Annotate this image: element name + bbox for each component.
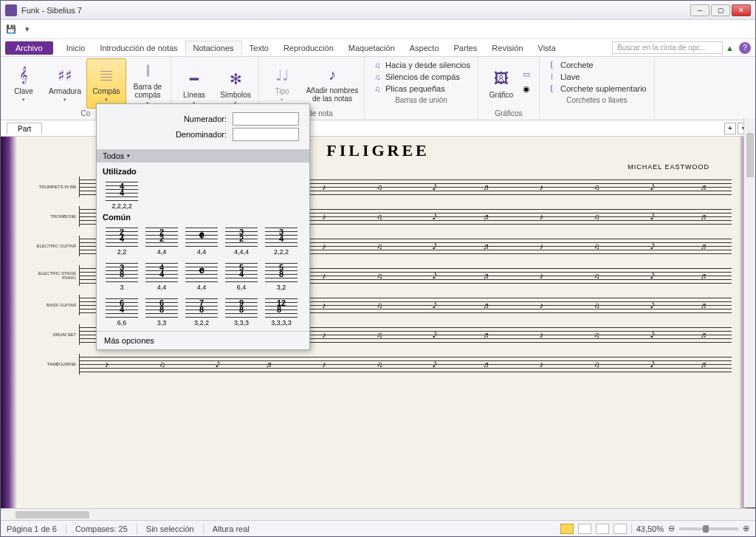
hacia-silencios[interactable]: ♫Hacia y desde silencios [372,60,470,70]
window-title: Funk - Sibelius 7 [21,6,690,15]
staff[interactable]: Tambourine♪♫𝅘𝅥𝅮♬♪♫𝅘𝅥𝅮♬♪♫𝅘𝅥𝅮♬ [24,351,732,377]
silencios-compas[interactable]: ♫Silencios de compás [372,72,470,82]
notename-icon: ♪ [320,64,344,85]
titlebar: Funk - Sibelius 7 ─ ▢ ✕ [1,1,755,20]
timesig-option[interactable]: 983,3,3 [222,294,261,328]
symbols-icon: ✻ [224,69,247,89]
timesig-option[interactable]: 𝄵4,4 [182,223,221,257]
timesig-option[interactable]: 224,4 [142,223,181,257]
tipo-button[interactable]: ♩♩Tipo▾ [262,58,302,109]
barline-icon: 𝄁 [136,61,159,81]
page-status: Página 1 de 6 [7,524,57,533]
brace-icon: 𝄔 [547,72,557,82]
maximize-button[interactable]: ▢ [711,4,730,16]
beam-icon: ♫ [372,60,382,70]
clave-button[interactable]: 𝄞Clave▾ [4,58,44,109]
comun-label: Común [103,213,303,222]
timesig-icon: 𝄙 [94,65,118,86]
tab-revision[interactable]: Revisión [484,41,530,55]
tab-vista[interactable]: Vista [531,41,563,55]
zoom-in-button[interactable]: ⊕ [743,524,749,533]
grafico-button[interactable]: 🖼Gráfico [481,58,521,109]
view-mode-1[interactable] [560,524,574,534]
bars-status: Compases: 25 [75,524,128,533]
denominator-input[interactable] [233,128,299,141]
zoom-value[interactable]: 43,50% [636,524,664,533]
tab-inicio[interactable]: Inicio [59,41,93,55]
mas-opciones[interactable]: Más opciones [97,331,309,349]
save-icon[interactable]: 💾 [5,24,17,35]
file-tab[interactable]: Archivo [5,41,53,55]
numerator-input[interactable] [233,112,299,126]
document-tab[interactable]: Part [7,123,42,134]
minimize-button[interactable]: ─ [690,4,709,16]
help-icon[interactable]: ? [739,42,751,54]
collapse-ribbon-icon[interactable]: ▲ [726,44,735,52]
barra-button[interactable]: 𝄁Barra de compás▾ [128,58,168,109]
tab-introduccion[interactable]: Introducción de notas [92,41,185,55]
beam-icon: ♫ [372,83,382,94]
utilizado-label: Utilizado [103,167,303,176]
close-button[interactable]: ✕ [732,4,751,16]
keysig-icon: ♯♯ [53,65,77,86]
zoom-out-button[interactable]: ⊖ [668,524,675,533]
concert-status: Altura real [213,524,250,533]
picture-icon: 🖼 [489,69,513,89]
anadir-button[interactable]: ♪Añadir nombres de las notas [303,58,361,109]
timesig-option[interactable]: 683,3 [142,294,181,328]
corchete-sup[interactable]: 𝄕Corchete suplementario [547,83,647,94]
todos-header[interactable]: Todos▾ [97,149,309,163]
new-tab-button[interactable]: + [724,123,736,134]
horizontal-scrollbar[interactable] [1,508,755,520]
beam-icon: ♫ [372,72,382,82]
tab-maquetacion[interactable]: Maquetación [341,41,402,55]
timesig-option[interactable]: 383 [103,259,141,293]
zoom-slider[interactable] [679,527,738,530]
timesig-option[interactable]: 1283,3,3,3 [262,294,300,328]
clef-icon: 𝄞 [12,65,35,86]
llave[interactable]: 𝄔Llave [547,72,647,82]
plicas-pequenas[interactable]: ♫Plicas pequeñas [372,83,470,94]
timesig-option[interactable]: 783,2,2 [182,294,221,328]
armadura-button[interactable]: ♯♯Armadura▾ [45,58,85,109]
vertical-scrollbar[interactable] [743,118,755,507]
tab-aspecto[interactable]: Aspecto [402,41,447,55]
timesig-option[interactable]: 𝄴4,4 [182,259,221,293]
statusbar: Página 1 de 6 Compases: 25 Sin selección… [1,520,755,536]
timesig-popup: Numerador: Denominador: Todos▾ Utilizado… [96,103,310,350]
timesig-option[interactable]: 646,6 [103,294,141,328]
compas-button[interactable]: 𝄙Compás▾ [86,58,126,109]
view-mode-2[interactable] [578,524,591,534]
timesig-option[interactable]: 242,2 [103,223,141,257]
corchete[interactable]: 𝄕Corchete [547,60,647,70]
bracket-icon: 𝄕 [547,83,557,94]
view-mode-3[interactable] [596,524,609,534]
tab-partes[interactable]: Partes [447,41,485,55]
qat-dropdown-icon[interactable]: ▾ [21,24,33,35]
quick-access-toolbar: 💾 ▾ [1,20,755,39]
timesig-option[interactable]: 444,4 [142,259,181,293]
notehead-icon: ♩♩ [270,65,294,86]
timesig-option[interactable]: 583,2 [262,259,300,293]
denominator-label: Denominador: [176,130,227,139]
timesig-option[interactable]: 442,2,2,2 [103,177,141,211]
selection-status: Sin selección [146,524,194,533]
numerator-label: Numerador: [184,114,227,123]
ribbon-tabs: Archivo Inicio Introducción de notas Not… [1,39,755,57]
tab-texto[interactable]: Texto [242,41,276,55]
ribbon-search[interactable]: Buscar en la cinta de opc... [612,41,723,54]
bracket-icon: 𝄕 [547,60,557,70]
frame-icon[interactable]: ▭ [523,69,536,83]
timesig-option[interactable]: 546,4 [222,259,261,293]
tab-reproduccion[interactable]: Reproducción [276,41,341,55]
lines-icon: ━ [182,69,206,89]
app-icon [5,4,17,16]
color-icon[interactable]: ◉ [523,84,536,98]
view-mode-4[interactable] [614,524,627,534]
tab-notaciones[interactable]: Notaciones [185,41,242,55]
timesig-option[interactable]: 342,2,2 [262,223,300,257]
timesig-option[interactable]: 324,4,4 [222,223,261,257]
